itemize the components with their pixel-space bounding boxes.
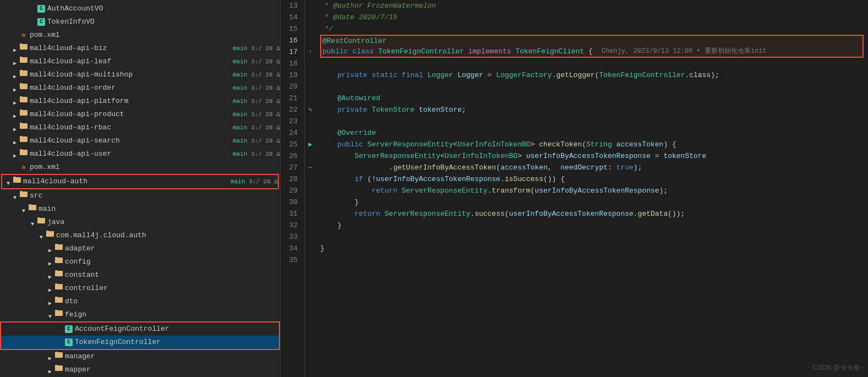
tree-item-mapper[interactable]: mapper bbox=[0, 363, 280, 376]
paren: ()) { bbox=[543, 173, 565, 185]
tree-item-TokenInfoVO[interactable]: CTokenInfoVO bbox=[0, 15, 280, 29]
tree-label-com.mall4j.cloud.auth: com.mall4j.cloud.auth bbox=[56, 230, 280, 242]
kw-public: public bbox=[322, 46, 353, 57]
tree-item-pom2[interactable]: mpom.xml bbox=[0, 161, 280, 174]
svg-rect-11 bbox=[20, 83, 23, 85]
indent bbox=[320, 127, 337, 139]
line-num-15: 15 bbox=[285, 23, 298, 35]
tree-item-main[interactable]: main bbox=[0, 203, 280, 216]
chevron-closed-icon bbox=[11, 137, 19, 145]
svg-rect-59 bbox=[55, 310, 58, 312]
var: tokenStore bbox=[419, 104, 462, 116]
svg-rect-14 bbox=[20, 96, 23, 98]
tree-item-manager[interactable]: manager bbox=[0, 350, 280, 363]
indent bbox=[320, 162, 389, 173]
tree-item-java[interactable]: java bbox=[0, 216, 280, 229]
dot: . bbox=[552, 69, 556, 81]
kw: if bbox=[354, 173, 367, 185]
tree-item-mall4cloud-api-platform[interactable]: mall4cloud-api-platformmain 3↓/ 28 Δ bbox=[0, 95, 280, 108]
tree-item-mall4cloud-api-search[interactable]: mall4cloud-api-searchmain 3↓/ 28 Δ bbox=[0, 134, 280, 147]
tree-item-src[interactable]: src bbox=[0, 189, 280, 203]
tree-badge-mall4cloud-auth: main 3↓/ 28 Δ bbox=[230, 176, 278, 188]
tree-item-config[interactable]: config bbox=[0, 255, 280, 269]
gutter: ↑✎▶⋯ bbox=[305, 0, 316, 377]
folder-icon bbox=[20, 108, 28, 121]
tree-item-AuthAccountVO[interactable]: CAuthAccountVO bbox=[0, 2, 280, 15]
chevron-closed-icon bbox=[11, 150, 19, 158]
tree-item-mall4cloud-api-biz[interactable]: mall4cloud-api-bizmain 3↓/ 28 Δ bbox=[0, 42, 280, 55]
indent bbox=[320, 185, 372, 196]
gutter-27: ⋯ bbox=[305, 162, 316, 173]
gutter-20 bbox=[305, 81, 316, 92]
indent bbox=[320, 150, 354, 162]
gutter-21 bbox=[305, 92, 316, 104]
folder-open-icon bbox=[20, 190, 28, 202]
line-num-22: 22 bbox=[285, 104, 298, 116]
tree-label-mapper: mapper bbox=[65, 364, 280, 376]
var: Logger bbox=[458, 69, 488, 81]
tree-item-mall4cloud-api-product[interactable]: mall4cloud-api-productmain 3↓/ 28 Δ bbox=[0, 108, 280, 121]
param: accessToken bbox=[616, 139, 663, 150]
tree-item-controller[interactable]: controller bbox=[0, 282, 280, 295]
svg-rect-8 bbox=[20, 70, 23, 72]
line-num-26: 26 bbox=[285, 150, 298, 162]
gutter-19 bbox=[305, 69, 316, 81]
maven-icon: m bbox=[20, 29, 28, 41]
paren: ( bbox=[504, 208, 509, 220]
tree-item-pom1[interactable]: mpom.xml bbox=[0, 29, 280, 42]
line-num-13: 13 bbox=[285, 0, 298, 12]
tree-label-src: src bbox=[30, 190, 280, 202]
chevron-closed-icon bbox=[11, 58, 19, 65]
code-line-21: @Autowired bbox=[320, 92, 864, 104]
type: ServerResponseEntity bbox=[367, 139, 453, 150]
tree-item-AccountFeignController[interactable]: CAccountFeignController bbox=[0, 321, 280, 336]
git-icon: ↑ bbox=[308, 48, 312, 56]
gutter-34 bbox=[305, 243, 316, 254]
tree-item-mall4cloud-api-leaf[interactable]: mall4cloud-api-leafmain 3↓/ 28 Δ bbox=[0, 55, 280, 68]
tree-item-mall4cloud-api-order[interactable]: mall4cloud-api-ordermain 3↓/ 28 Δ bbox=[0, 81, 280, 95]
tree-item-com.mall4j.cloud.auth[interactable]: com.mall4j.cloud.auth bbox=[0, 229, 280, 242]
line-num-33: 33 bbox=[285, 231, 298, 243]
tree-label-mall4cloud-api-user: mall4cloud-api-user bbox=[30, 148, 230, 160]
generic: < bbox=[453, 139, 458, 150]
folder-icon bbox=[20, 82, 28, 94]
paren: ) { bbox=[663, 139, 676, 150]
code-line-29: return ServerResponseEntity.transform(us… bbox=[320, 185, 864, 196]
tree-label-mall4cloud-api-biz: mall4cloud-api-biz bbox=[30, 42, 230, 54]
tree-item-mall4cloud-api-user[interactable]: mall4cloud-api-usermain 3↓/ 28 Δ bbox=[0, 147, 280, 161]
code-line-23 bbox=[320, 116, 864, 127]
gutter-32 bbox=[305, 220, 316, 231]
kw-implements: implements bbox=[468, 46, 515, 57]
folder-icon bbox=[20, 69, 28, 81]
tree-item-TokenFeignController[interactable]: CTokenFeignController bbox=[0, 336, 280, 350]
svg-rect-26 bbox=[20, 149, 23, 151]
tree-item-mall4cloud-api-rbac[interactable]: mall4cloud-api-rbacmain 3↓/ 28 Δ bbox=[0, 121, 280, 134]
code-editor: 1314151617181920212223242526272829303132… bbox=[281, 0, 868, 377]
tree-badge-mall4cloud-api-multishop: main 3↓/ 28 Δ bbox=[233, 69, 280, 81]
code-line-24: @Override bbox=[320, 127, 864, 139]
brace: } bbox=[337, 220, 342, 231]
line-num-35: 35 bbox=[285, 254, 298, 266]
gutter-22: ✎ bbox=[305, 104, 316, 116]
folder-icon bbox=[55, 256, 63, 268]
file-tree[interactable]: CAuthAccountVOCTokenInfoVOmpom.xmlmall4c… bbox=[0, 0, 281, 377]
folder-icon bbox=[55, 269, 63, 281]
chevron-closed-icon bbox=[11, 111, 19, 118]
tree-item-mall4cloud-api-multishop[interactable]: mall4cloud-api-multishopmain 3↓/ 28 Δ bbox=[0, 68, 280, 81]
type: UserInfoInTokenBO bbox=[458, 139, 531, 150]
code-line-17: public class TokenFeignController implem… bbox=[320, 46, 864, 58]
gutter-28 bbox=[305, 173, 316, 185]
code-line-31: return ServerResponseEntity.success(user… bbox=[320, 208, 864, 220]
chevron-open-icon bbox=[29, 218, 36, 226]
paren: ()); bbox=[668, 208, 685, 220]
tree-label-mall4cloud-api-platform: mall4cloud-api-platform bbox=[30, 95, 230, 107]
tree-item-constant[interactable]: constant bbox=[0, 269, 280, 282]
tree-item-feign[interactable]: feign bbox=[0, 308, 280, 321]
gutter-13 bbox=[305, 0, 316, 12]
chevron-open-icon bbox=[20, 205, 28, 213]
tree-item-dto[interactable]: dto bbox=[0, 295, 280, 308]
gutter-15 bbox=[305, 23, 316, 35]
line-num-14: 14 bbox=[285, 12, 298, 23]
tree-item-adapter[interactable]: adapter bbox=[0, 242, 280, 255]
tree-item-mall4cloud-auth[interactable]: mall4cloud-authmain 3↓/ 28 Δ bbox=[1, 174, 279, 189]
